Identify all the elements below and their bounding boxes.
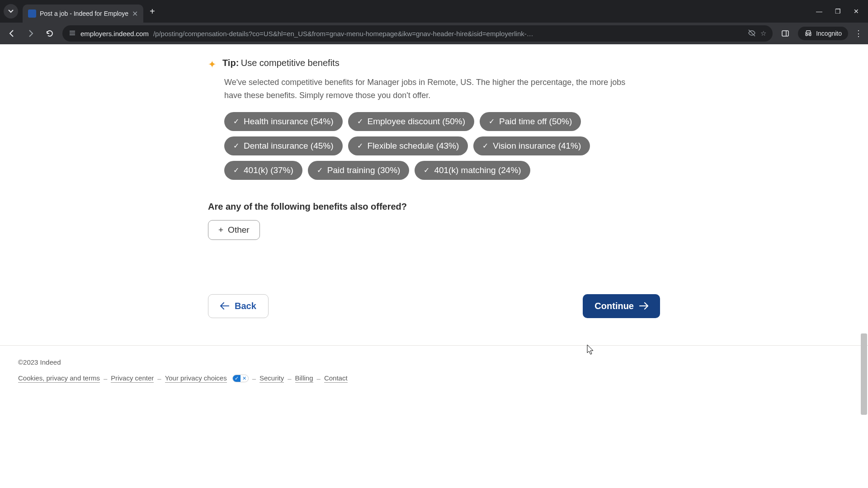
check-icon: ✓ bbox=[482, 141, 488, 150]
tip-description: We've selected competitive benefits for … bbox=[224, 76, 631, 102]
chip-label: Dental insurance (45%) bbox=[244, 141, 334, 151]
privacy-choices-icon: ✓✕ bbox=[232, 375, 249, 382]
benefits-chip-group: ✓ Health insurance (54%) ✓ Employee disc… bbox=[224, 112, 658, 180]
panel-icon bbox=[781, 29, 789, 38]
chip-label: Health insurance (54%) bbox=[244, 117, 334, 127]
form-nav-buttons: Back Continue bbox=[208, 294, 660, 318]
minimize-button[interactable]: ― bbox=[816, 8, 822, 15]
browser-menu-button[interactable]: ⋮ bbox=[854, 28, 863, 38]
footer-separator: – bbox=[104, 375, 107, 382]
scrollbar-thumb[interactable] bbox=[861, 333, 867, 415]
benefit-chip-401k-matching[interactable]: ✓ 401(k) matching (24%) bbox=[415, 161, 530, 180]
arrow-right-icon bbox=[639, 302, 648, 310]
eye-off-icon[interactable] bbox=[748, 29, 756, 38]
close-tab-icon[interactable]: ✕ bbox=[132, 9, 138, 18]
tip-text: Use competitive benefits bbox=[241, 58, 340, 68]
tab-title: Post a job - Indeed for Employe bbox=[40, 10, 128, 17]
footer-copyright: ©2023 Indeed bbox=[18, 358, 850, 366]
footer-separator: – bbox=[288, 375, 291, 382]
additional-benefits-heading: Are any of the following benefits also o… bbox=[208, 202, 660, 212]
continue-button[interactable]: Continue bbox=[583, 294, 660, 318]
chip-label: Flexible schedule (43%) bbox=[368, 141, 459, 151]
tip-label: Tip: bbox=[222, 58, 239, 68]
back-nav-button[interactable] bbox=[5, 27, 18, 40]
tab-favicon bbox=[28, 9, 36, 18]
maximize-button[interactable]: ❐ bbox=[835, 8, 841, 15]
tip-header: ✦ Tip: Use competitive benefits bbox=[208, 58, 660, 70]
svg-rect-0 bbox=[782, 31, 788, 36]
back-button[interactable]: Back bbox=[208, 294, 269, 318]
check-icon: ✓ bbox=[489, 117, 495, 126]
footer-link-security[interactable]: Security bbox=[259, 374, 284, 383]
benefit-chip-flexible-schedule[interactable]: ✓ Flexible schedule (43%) bbox=[348, 136, 468, 155]
window-controls: ― ❐ ✕ bbox=[816, 8, 864, 15]
close-window-button[interactable]: ✕ bbox=[854, 8, 859, 15]
check-icon: ✓ bbox=[233, 141, 239, 150]
chip-label: 401(k) matching (24%) bbox=[434, 165, 521, 175]
browser-tab[interactable]: Post a job - Indeed for Employe ✕ bbox=[23, 5, 143, 23]
check-icon: ✓ bbox=[233, 117, 239, 126]
sparkle-icon: ✦ bbox=[208, 59, 216, 70]
chip-label: Paid time off (50%) bbox=[499, 117, 572, 127]
arrow-left-icon bbox=[8, 29, 16, 38]
benefit-chip-paid-training[interactable]: ✓ Paid training (30%) bbox=[308, 161, 410, 180]
page-footer: ©2023 Indeed Cookies, privacy and terms … bbox=[0, 345, 868, 401]
chevron-down-icon bbox=[8, 9, 14, 14]
reload-button[interactable] bbox=[43, 27, 56, 40]
benefit-chip-employee-discount[interactable]: ✓ Employee discount (50%) bbox=[348, 112, 475, 131]
other-label: Other bbox=[228, 225, 250, 235]
benefit-chip-vision-insurance[interactable]: ✓ Vision insurance (41%) bbox=[473, 136, 590, 155]
chip-label: Employee discount (50%) bbox=[368, 117, 466, 127]
other-benefit-button[interactable]: + Other bbox=[208, 220, 260, 240]
browser-tab-strip: Post a job - Indeed for Employe ✕ + ― ❐ … bbox=[0, 0, 868, 23]
url-host: employers.indeed.com bbox=[80, 30, 149, 38]
tab-search-button[interactable] bbox=[4, 4, 18, 19]
footer-separator: – bbox=[317, 375, 321, 382]
incognito-badge[interactable]: Incognito bbox=[798, 27, 848, 40]
footer-link-privacy-center[interactable]: Privacy center bbox=[111, 374, 154, 383]
footer-link-cookies[interactable]: Cookies, privacy and terms bbox=[18, 374, 100, 383]
benefit-chip-paid-time-off[interactable]: ✓ Paid time off (50%) bbox=[480, 112, 581, 131]
benefit-chip-dental-insurance[interactable]: ✓ Dental insurance (45%) bbox=[224, 136, 343, 155]
bookmark-icon[interactable]: ☆ bbox=[760, 29, 766, 38]
chip-label: 401(k) (37%) bbox=[244, 165, 293, 175]
site-settings-icon[interactable] bbox=[69, 29, 76, 38]
new-tab-button[interactable]: + bbox=[150, 6, 155, 17]
check-icon: ✓ bbox=[233, 166, 239, 174]
benefit-chip-401k[interactable]: ✓ 401(k) (37%) bbox=[224, 161, 302, 180]
main-content: ✦ Tip: Use competitive benefits We've se… bbox=[208, 44, 660, 318]
side-panel-button[interactable] bbox=[779, 27, 792, 40]
incognito-label: Incognito bbox=[816, 30, 842, 37]
browser-toolbar: employers.indeed.com/p/posting/compensat… bbox=[0, 23, 868, 44]
url-path: /p/posting/compensation-details?co=US&hl… bbox=[153, 30, 743, 38]
check-icon: ✓ bbox=[317, 166, 323, 174]
forward-nav-button[interactable] bbox=[24, 27, 37, 40]
continue-label: Continue bbox=[594, 301, 634, 311]
check-icon: ✓ bbox=[357, 117, 363, 126]
footer-link-contact[interactable]: Contact bbox=[324, 374, 348, 383]
plus-icon: + bbox=[218, 225, 223, 235]
footer-link-billing[interactable]: Billing bbox=[295, 374, 313, 383]
check-icon: ✓ bbox=[357, 141, 363, 150]
footer-separator: – bbox=[252, 375, 256, 382]
reload-icon bbox=[46, 29, 54, 38]
check-icon: ✓ bbox=[424, 166, 429, 174]
chip-label: Vision insurance (41%) bbox=[493, 141, 581, 151]
address-bar[interactable]: employers.indeed.com/p/posting/compensat… bbox=[62, 25, 773, 42]
arrow-left-icon bbox=[220, 302, 229, 310]
back-label: Back bbox=[235, 301, 256, 311]
page-viewport: ✦ Tip: Use competitive benefits We've se… bbox=[0, 44, 868, 488]
benefit-chip-health-insurance[interactable]: ✓ Health insurance (54%) bbox=[224, 112, 343, 131]
footer-link-privacy-choices[interactable]: Your privacy choices bbox=[165, 374, 227, 383]
footer-links: Cookies, privacy and terms – Privacy cen… bbox=[18, 374, 850, 383]
incognito-icon bbox=[804, 29, 812, 38]
arrow-right-icon bbox=[27, 29, 35, 38]
chip-label: Paid training (30%) bbox=[327, 165, 401, 175]
footer-separator: – bbox=[157, 375, 161, 382]
